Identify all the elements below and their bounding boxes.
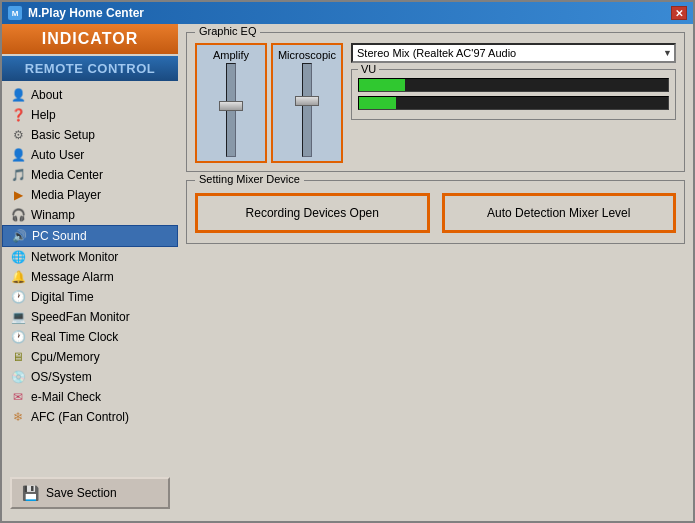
- sidebar-item-label: Media Player: [31, 188, 170, 202]
- eq-dropdown-wrapper: Stereo Mix (Realtek AC'97 Audio: [351, 43, 676, 63]
- sidebar-item-network-monitor[interactable]: 🌐 Network Monitor: [2, 247, 178, 267]
- alarm-icon: 🔔: [10, 269, 26, 285]
- auto-detection-mixer-button[interactable]: Auto Detection Mixer Level: [442, 193, 677, 233]
- indicator-label: INDICATOR: [2, 24, 178, 54]
- gear-icon: ⚙: [10, 127, 26, 143]
- sidebar-item-media-center[interactable]: 🎵 Media Center: [2, 165, 178, 185]
- vu-bar-2-row: [358, 96, 669, 110]
- sidebar-item-os-system[interactable]: 💿 OS/System: [2, 367, 178, 387]
- sidebar-item-label: Auto User: [31, 148, 170, 162]
- sidebar-item-label: Digital Time: [31, 290, 170, 304]
- app-icon: M: [8, 6, 22, 20]
- os-icon: 💿: [10, 369, 26, 385]
- sidebar-item-label: OS/System: [31, 370, 170, 384]
- sidebar-items-list: 👤 About ❓ Help ⚙ Basic Setup 👤 Auto User…: [2, 85, 178, 471]
- sidebar-item-digital-time[interactable]: 🕐 Digital Time: [2, 287, 178, 307]
- winamp-icon: 🎧: [10, 207, 26, 223]
- title-bar-left: M M.Play Home Center: [8, 6, 144, 20]
- sidebar-item-label: Winamp: [31, 208, 170, 222]
- cpu-icon: 🖥: [10, 349, 26, 365]
- mixer-buttons: Recording Devices Open Auto Detection Mi…: [195, 193, 676, 233]
- main-window: M M.Play Home Center ✕ INDICATOR REMOTE …: [0, 0, 695, 523]
- vu-bar-2-bg: [358, 96, 669, 110]
- sidebar-item-basic-setup[interactable]: ⚙ Basic Setup: [2, 125, 178, 145]
- speedfan-icon: 💻: [10, 309, 26, 325]
- right-panel: Graphic EQ Amplify Micros: [178, 24, 693, 521]
- network-icon: 🌐: [10, 249, 26, 265]
- sidebar-item-auto-user[interactable]: 👤 Auto User: [2, 145, 178, 165]
- sidebar-item-label: Real Time Clock: [31, 330, 170, 344]
- sidebar-item-message-alarm[interactable]: 🔔 Message Alarm: [2, 267, 178, 287]
- sidebar-item-label: Basic Setup: [31, 128, 170, 142]
- media-center-icon: 🎵: [10, 167, 26, 183]
- mixer-device-group: Setting Mixer Device Recording Devices O…: [186, 180, 685, 244]
- sidebar-item-speedfan[interactable]: 💻 SpeedFan Monitor: [2, 307, 178, 327]
- window-title: M.Play Home Center: [28, 6, 144, 20]
- remote-control-label: REMOTE CONTROL: [2, 56, 178, 81]
- sidebar-item-pc-sound[interactable]: 🔊 PC Sound: [2, 225, 178, 247]
- sidebar-item-label: e-Mail Check: [31, 390, 170, 404]
- help-icon: ❓: [10, 107, 26, 123]
- eq-area: Amplify Microscopic: [195, 43, 676, 163]
- sidebar-item-label: Media Center: [31, 168, 170, 182]
- vu-title: VU: [358, 63, 379, 75]
- microscopic-thumb[interactable]: [295, 96, 319, 106]
- sidebar-item-help[interactable]: ❓ Help: [2, 105, 178, 125]
- microscopic-label: Microscopic: [277, 49, 337, 61]
- sidebar-item-afc-fan[interactable]: ❄ AFC (Fan Control): [2, 407, 178, 427]
- sidebar-item-email-check[interactable]: ✉ e-Mail Check: [2, 387, 178, 407]
- save-icon: 💾: [22, 485, 38, 501]
- sidebar-item-label: Network Monitor: [31, 250, 170, 264]
- graphic-eq-title: Graphic EQ: [195, 25, 260, 37]
- clock-icon: 🕐: [10, 289, 26, 305]
- sidebar-item-label: Cpu/Memory: [31, 350, 170, 364]
- sidebar-item-label: PC Sound: [32, 229, 169, 243]
- recording-devices-open-button[interactable]: Recording Devices Open: [195, 193, 430, 233]
- media-player-icon: ▶: [10, 187, 26, 203]
- eq-right-panel: Stereo Mix (Realtek AC'97 Audio VU: [351, 43, 676, 120]
- sidebar-item-media-player[interactable]: ▶ Media Player: [2, 185, 178, 205]
- save-section-button[interactable]: 💾 Save Section: [10, 477, 170, 509]
- amplify-track: [226, 63, 236, 157]
- sidebar-item-label: AFC (Fan Control): [31, 410, 170, 424]
- amplify-slider-box: Amplify: [195, 43, 267, 163]
- amplify-thumb[interactable]: [219, 101, 243, 111]
- sidebar-item-about[interactable]: 👤 About: [2, 85, 178, 105]
- microscopic-track: [302, 63, 312, 157]
- sidebar-item-real-time-clock[interactable]: 🕐 Real Time Clock: [2, 327, 178, 347]
- vu-bar-1-row: [358, 78, 669, 92]
- title-bar: M M.Play Home Center ✕: [2, 2, 693, 24]
- afc-icon: ❄: [10, 409, 26, 425]
- vu-bar-1-bg: [358, 78, 669, 92]
- sidebar: INDICATOR REMOTE CONTROL 👤 About ❓ Help …: [2, 24, 178, 521]
- microscopic-slider-box: Microscopic: [271, 43, 343, 163]
- graphic-eq-group: Graphic EQ Amplify Micros: [186, 32, 685, 172]
- vu-group: VU: [351, 69, 676, 120]
- vu-bar-1-fill: [359, 79, 405, 91]
- sidebar-item-label: About: [31, 88, 170, 102]
- close-button[interactable]: ✕: [671, 6, 687, 20]
- sound-icon: 🔊: [11, 228, 27, 244]
- user-icon: 👤: [10, 147, 26, 163]
- main-content: INDICATOR REMOTE CONTROL 👤 About ❓ Help …: [2, 24, 693, 521]
- sidebar-item-label: Message Alarm: [31, 270, 170, 284]
- sidebar-item-cpu-memory[interactable]: 🖥 Cpu/Memory: [2, 347, 178, 367]
- stereo-mix-dropdown[interactable]: Stereo Mix (Realtek AC'97 Audio: [351, 43, 676, 63]
- email-icon: ✉: [10, 389, 26, 405]
- sidebar-item-label: SpeedFan Monitor: [31, 310, 170, 324]
- vu-bar-2-fill: [359, 97, 396, 109]
- person-icon: 👤: [10, 87, 26, 103]
- realtime-icon: 🕐: [10, 329, 26, 345]
- eq-sliders: Amplify Microscopic: [195, 43, 343, 163]
- sidebar-item-label: Help: [31, 108, 170, 122]
- amplify-label: Amplify: [201, 49, 261, 61]
- mixer-group-title: Setting Mixer Device: [195, 173, 304, 185]
- sidebar-item-winamp[interactable]: 🎧 Winamp: [2, 205, 178, 225]
- save-section-label: Save Section: [46, 486, 117, 500]
